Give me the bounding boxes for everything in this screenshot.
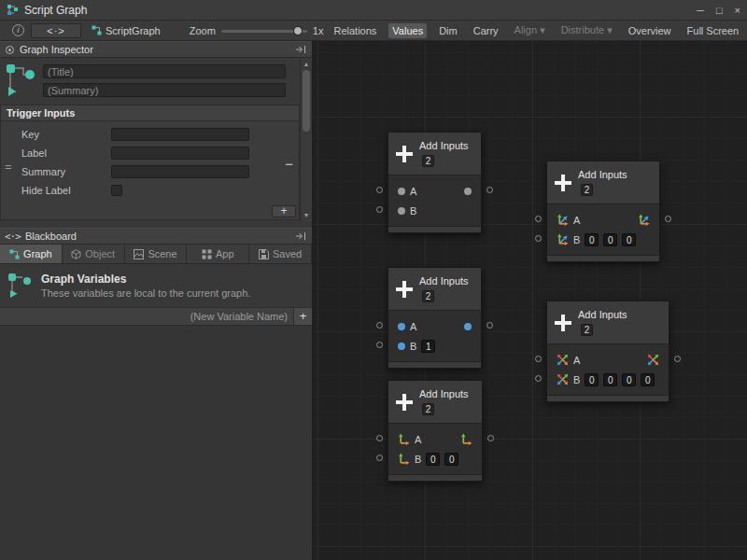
edit-graph-button[interactable]: <·> bbox=[31, 23, 81, 38]
node-footer bbox=[388, 361, 481, 368]
input-count-field[interactable]: 2 bbox=[422, 290, 434, 302]
value-field-z[interactable]: 0 bbox=[622, 233, 636, 246]
variables-empty-list[interactable] bbox=[0, 326, 312, 560]
port-label: B bbox=[410, 205, 416, 217]
graph-summary-input[interactable] bbox=[43, 83, 286, 97]
input-port[interactable] bbox=[535, 235, 542, 242]
port-row: A bbox=[388, 429, 482, 449]
node-add-inputs-vector3[interactable]: Add Inputs2 A bbox=[546, 161, 660, 262]
overview-button[interactable]: Overview bbox=[625, 23, 675, 38]
tab-graph[interactable]: Graph bbox=[0, 245, 63, 263]
input-count-field[interactable]: 2 bbox=[581, 324, 593, 336]
tab-scene[interactable]: Scene bbox=[125, 245, 188, 263]
input-count-field[interactable]: 2 bbox=[422, 155, 434, 167]
input-port[interactable] bbox=[376, 206, 383, 213]
list-drag-handle[interactable]: = bbox=[5, 160, 12, 174]
input-port[interactable] bbox=[535, 375, 542, 382]
input-port[interactable] bbox=[376, 455, 383, 461]
node-title: Add Inputs bbox=[419, 140, 469, 151]
node-footer bbox=[547, 395, 669, 401]
value-field[interactable]: 1 bbox=[421, 340, 435, 353]
asset-breadcrumb[interactable]: ScriptGraph bbox=[92, 25, 161, 36]
input-count-field[interactable]: 2 bbox=[422, 403, 434, 415]
graph-canvas[interactable]: Add Inputs2 A B Add Inputs2 bbox=[313, 41, 747, 560]
node-add-inputs-generic[interactable]: Add Inputs2 A B bbox=[388, 132, 482, 233]
input-port[interactable] bbox=[376, 435, 383, 441]
distribute-label: Distribute bbox=[561, 24, 604, 35]
hide-label-checkbox[interactable] bbox=[111, 185, 122, 196]
distribute-dropdown[interactable]: Distribute ▾ bbox=[557, 22, 616, 38]
tab-app[interactable]: App bbox=[187, 245, 249, 263]
zoom-slider[interactable] bbox=[221, 25, 307, 36]
input-count-field[interactable]: 2 bbox=[581, 184, 593, 196]
value-field-x[interactable]: 0 bbox=[585, 233, 599, 246]
port-row: B 0 0 0 0 bbox=[547, 370, 669, 389]
remove-element-button[interactable]: − bbox=[285, 158, 293, 171]
output-port[interactable] bbox=[665, 216, 671, 222]
node-add-inputs-vector2[interactable]: Add Inputs2 A bbox=[388, 380, 483, 482]
port-row: A bbox=[388, 316, 481, 336]
add-element-button[interactable]: + bbox=[272, 205, 296, 217]
input-port[interactable] bbox=[535, 216, 542, 222]
tab-saved[interactable]: Saved bbox=[249, 245, 312, 263]
zoom-slider-handle[interactable] bbox=[293, 26, 303, 35]
maximize-icon[interactable]: □ bbox=[716, 5, 723, 16]
scrollbar-thumb[interactable] bbox=[303, 70, 310, 132]
value-field-y[interactable]: 0 bbox=[603, 233, 617, 246]
port-row: B 0 0 bbox=[388, 449, 482, 469]
output-port[interactable] bbox=[487, 435, 494, 441]
relations-button[interactable]: Relations bbox=[330, 23, 380, 38]
graph-inspector-body: Trigger Inputs Key Label Summary Hide La… bbox=[0, 58, 312, 221]
scroll-up-icon[interactable]: ▲ bbox=[303, 61, 310, 67]
tab-app-label: App bbox=[216, 248, 234, 259]
dock-panel-icon[interactable] bbox=[295, 231, 307, 241]
value-field-y[interactable]: 0 bbox=[444, 453, 458, 466]
dim-button[interactable]: Dim bbox=[435, 23, 461, 38]
value-field-x[interactable]: 0 bbox=[426, 453, 440, 466]
graph-inspector-title: Graph Inspector bbox=[20, 44, 93, 55]
add-icon bbox=[396, 394, 413, 411]
node-title: Add Inputs bbox=[419, 275, 469, 287]
graph-title-input[interactable] bbox=[43, 64, 286, 78]
values-button[interactable]: Values bbox=[388, 23, 427, 38]
input-port[interactable] bbox=[376, 322, 383, 329]
add-variable-button[interactable]: + bbox=[293, 308, 312, 325]
align-dropdown[interactable]: Align ▾ bbox=[511, 22, 549, 38]
label-input[interactable] bbox=[111, 147, 249, 160]
zoom-label: Zoom bbox=[190, 25, 216, 36]
integer-type-icon bbox=[398, 323, 405, 330]
dock-panel-icon[interactable] bbox=[295, 45, 307, 54]
summary-input[interactable] bbox=[111, 165, 249, 178]
input-port[interactable] bbox=[376, 187, 383, 193]
tab-object[interactable]: Object bbox=[63, 245, 125, 263]
value-field-x[interactable]: 0 bbox=[585, 373, 599, 386]
label-label: Label bbox=[1, 147, 111, 159]
input-port[interactable] bbox=[376, 342, 383, 348]
port-row: B bbox=[388, 201, 481, 220]
new-variable-input[interactable] bbox=[0, 308, 293, 325]
fullscreen-button[interactable]: Full Screen bbox=[684, 23, 743, 38]
node-body: A B 0 0 bbox=[388, 424, 482, 474]
node-header: Add Inputs2 bbox=[388, 381, 482, 424]
add-icon bbox=[555, 175, 571, 191]
label-row: Label bbox=[1, 145, 299, 161]
scroll-down-icon[interactable]: ▼ bbox=[303, 212, 310, 218]
value-field-w[interactable]: 0 bbox=[641, 373, 655, 386]
info-icon[interactable]: i bbox=[12, 24, 24, 36]
add-icon bbox=[396, 281, 413, 298]
output-port[interactable] bbox=[674, 356, 681, 362]
blackboard-header: <·> Blackboard bbox=[0, 228, 312, 245]
node-header: Add Inputs2 bbox=[547, 161, 659, 204]
carry-button[interactable]: Carry bbox=[470, 23, 502, 38]
close-icon[interactable]: × bbox=[735, 5, 740, 16]
output-port[interactable] bbox=[486, 187, 493, 193]
key-input[interactable] bbox=[111, 128, 249, 141]
input-port[interactable] bbox=[535, 356, 542, 362]
value-field-z[interactable]: 0 bbox=[622, 373, 636, 386]
minimize-icon[interactable]: ─ bbox=[697, 5, 704, 16]
node-add-inputs-integer[interactable]: Add Inputs2 A B 1 bbox=[388, 267, 482, 369]
output-port[interactable] bbox=[486, 322, 493, 329]
inspector-scrollbar[interactable]: ▲ ▼ bbox=[300, 58, 312, 221]
node-add-inputs-vector4[interactable]: Add Inputs2 A bbox=[546, 301, 669, 402]
value-field-y[interactable]: 0 bbox=[603, 373, 617, 386]
